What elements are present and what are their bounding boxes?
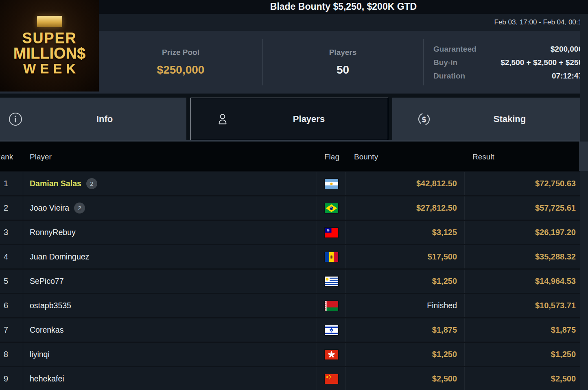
flag-cell	[317, 343, 345, 366]
reentry-count-badge: 2	[86, 178, 97, 189]
scrollbar-track[interactable]	[580, 14, 588, 390]
flag-cell	[317, 294, 345, 317]
player-rank: 4	[0, 245, 23, 268]
flag-icon-argentina	[325, 179, 338, 189]
table-header: Rank Player Flag Bounty Result	[0, 142, 579, 171]
bounty-cell: $2,500	[345, 367, 464, 390]
result-cell: $2,500	[464, 367, 579, 390]
bounty-cell: $17,500	[345, 245, 464, 268]
player-cell: Joao Vieira2	[23, 196, 317, 220]
tab-players[interactable]: Players	[190, 98, 388, 140]
bounty-value: $1,875	[432, 325, 457, 335]
table-row[interactable]: 8liyinqi$1,250$1,250	[0, 342, 588, 366]
result-value: $14,964.53	[535, 277, 576, 286]
info-icon	[8, 112, 23, 126]
table-row[interactable]: 2Joao Vieira2$27,812.50$57,725.61	[0, 195, 588, 220]
column-header-bounty: Bounty	[354, 142, 378, 171]
tournament-details: Guaranteed $200,000 Buy-in $2,500 + $2,5…	[423, 31, 583, 94]
tab-players-label: Players	[230, 114, 388, 124]
player-cell: hehekafei	[23, 367, 317, 390]
player-rank: 8	[0, 343, 23, 366]
table-row[interactable]: 7Corenkas$1,875$1,875	[0, 317, 588, 342]
bounty-value: $17,500	[428, 252, 457, 261]
flag-icon-moldova	[325, 252, 338, 262]
bounty-cell: $1,875	[345, 318, 464, 342]
bounty-value: $27,812.50	[416, 203, 457, 213]
bounty-cell: $42,812.50	[345, 172, 464, 195]
flag-cell	[317, 196, 345, 220]
result-cell: $26,197.20	[464, 221, 579, 244]
flag-cell	[317, 245, 345, 268]
bounty-cell: $1,250	[345, 270, 464, 293]
player-name: ostapb3535	[30, 301, 71, 310]
column-header-result: Result	[472, 142, 494, 171]
duration-value: 07:12:47	[465, 71, 583, 81]
player-rank: 2	[0, 196, 23, 220]
table-row[interactable]: 5SePico77$1,250$14,964.53	[0, 268, 588, 293]
tab-staking[interactable]: $ Staking	[392, 98, 588, 140]
result-cell: $35,288.32	[464, 245, 579, 268]
tournament-title: Blade Bounty $5,250, $200K GTD	[99, 0, 588, 14]
buyin-value: $2,500 + $2,500 + $250	[457, 57, 583, 68]
result-cell: $14,964.53	[464, 270, 579, 293]
super-millions-week-logo: SUPER MILLION$ WEEK	[0, 0, 99, 92]
bounty-cell: $27,812.50	[345, 196, 464, 220]
logo-line: MILLION$	[13, 46, 85, 62]
table-row[interactable]: 6ostapb3535Finished$10,573.71	[0, 293, 588, 317]
result-cell: $1,250	[464, 343, 579, 366]
result-value: $35,288.32	[535, 252, 576, 261]
staking-icon: $	[417, 112, 431, 126]
table-row[interactable]: 3RonnyRebuy$3,125$26,197.20	[0, 220, 588, 244]
result-cell: $57,725.61	[464, 196, 579, 220]
result-cell: $10,573.71	[464, 294, 579, 317]
player-cell: SePico77	[23, 270, 317, 293]
bounty-value: $2,500	[432, 374, 457, 383]
guaranteed-row: Guaranteed $200,000	[433, 44, 583, 54]
player-name: Joao Vieira	[30, 203, 69, 213]
table-row[interactable]: 9hehekafei$2,500$2,500	[0, 366, 588, 390]
flag-cell	[317, 318, 345, 342]
result-value: $1,875	[551, 325, 576, 335]
duration-label: Duration	[433, 71, 465, 81]
players-icon	[215, 112, 230, 126]
result-cell: $1,875	[464, 318, 579, 342]
player-rank: 5	[0, 270, 23, 293]
prize-pool-value: $250,000	[157, 63, 205, 76]
table-row[interactable]: 1Damian Salas2$42,812.50$72,750.63	[0, 171, 588, 195]
flag-icon-taiwan	[325, 228, 338, 237]
tournament-lobby-window: Blade Bounty $5,250, $200K GTD Feb 03, 1…	[0, 0, 588, 390]
bounty-value: $1,250	[432, 277, 457, 286]
svg-text:$: $	[422, 115, 427, 123]
logo-line: WEEK	[23, 62, 80, 76]
flag-cell	[317, 270, 345, 293]
bounty-value: $3,125	[432, 228, 457, 237]
player-rows: 1Damian Salas2$42,812.50$72,750.632Joao …	[0, 171, 588, 390]
column-header-player: Player	[30, 142, 52, 171]
bounty-cell: $3,125	[345, 221, 464, 244]
buyin-label: Buy-in	[433, 57, 457, 68]
flag-cell	[317, 221, 345, 244]
flag-icon-hong-kong	[325, 350, 338, 359]
result-value: $26,197.20	[535, 228, 576, 237]
flag-icon-brazil	[325, 203, 338, 213]
tab-info[interactable]: Info	[0, 98, 186, 140]
player-rank: 1	[0, 172, 23, 195]
player-rank: 9	[0, 367, 23, 390]
result-value: $10,573.71	[535, 301, 576, 310]
player-cell: liyinqi	[23, 343, 317, 366]
player-name: Corenkas	[30, 325, 63, 335]
guaranteed-value: $200,000	[477, 44, 583, 54]
flag-icon-belarus	[325, 301, 338, 311]
player-cell: RonnyRebuy	[23, 221, 317, 244]
flag-cell	[317, 172, 345, 195]
result-value: $72,750.63	[535, 179, 576, 188]
result-cell: $72,750.63	[464, 172, 579, 195]
flag-icon-uruguay	[325, 277, 338, 286]
players-label: Players	[329, 48, 357, 57]
player-rank: 3	[0, 221, 23, 244]
table-row[interactable]: 4Juan Dominguez$17,500$35,288.32	[0, 244, 588, 268]
bounty-value: $42,812.50	[416, 179, 457, 188]
player-rank: 7	[0, 318, 23, 342]
tab-strip: Info Players $ Staking	[0, 94, 588, 142]
tournament-date-range: Feb 03, 17:00 - Feb 04, 00:1	[494, 14, 582, 31]
